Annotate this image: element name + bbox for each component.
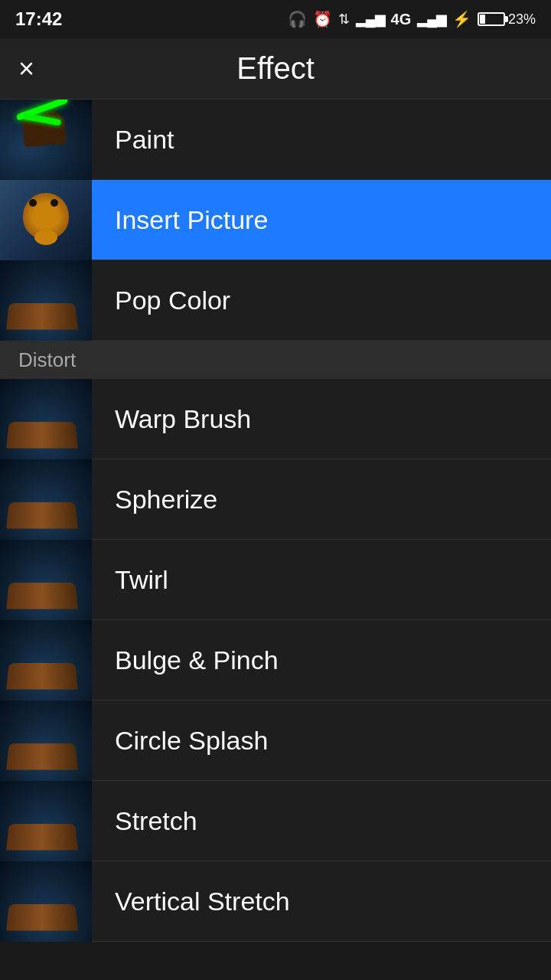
effect-label-paint: Paint — [92, 125, 551, 155]
thumbnail-circle-splash — [0, 701, 92, 781]
thumbnail-vertical-stretch — [0, 861, 92, 942]
thumb-twirl-visual — [0, 540, 92, 620]
effect-item-circle-splash[interactable]: Circle Splash — [0, 701, 551, 781]
dog-face — [23, 193, 69, 239]
battery-percent: 23% — [508, 11, 536, 28]
thumb-stretch-visual — [0, 781, 92, 861]
effect-label-circle-splash: Circle Splash — [92, 726, 551, 756]
effect-label-spherize: Spherize — [92, 485, 551, 514]
battery: 23% — [478, 11, 536, 28]
status-time: 17:42 — [15, 8, 62, 30]
signal-icon: ▂▄▆ — [356, 11, 385, 28]
effect-item-warp-brush[interactable]: Warp Brush — [0, 379, 551, 459]
thumb-bulge-pinch-visual — [0, 620, 92, 701]
thumb-dog-visual — [0, 180, 92, 260]
effect-label-stretch: Stretch — [92, 806, 551, 836]
section-header-distort: Distort — [0, 341, 551, 379]
close-button[interactable]: × — [18, 55, 34, 83]
thumb-paint-visual — [0, 100, 92, 180]
effect-label-insert-picture: Insert Picture — [92, 205, 551, 235]
thumbnail-paint — [0, 100, 92, 180]
effect-item-pop-color[interactable]: Pop Color — [0, 260, 551, 341]
network-label: 4G — [391, 11, 412, 28]
effect-item-twirl[interactable]: Twirl — [0, 540, 551, 620]
effect-label-pop-color: Pop Color — [92, 286, 551, 315]
status-bar: 17:42 🎧 ⏰ ⇅ ▂▄▆ 4G ▂▄▆ ⚡ 23% — [0, 0, 551, 38]
effect-label-bulge-pinch: Bulge & Pinch — [92, 645, 551, 675]
green-stroke-2 — [23, 113, 61, 126]
top-bar: × Effect — [0, 38, 551, 100]
effect-label-twirl: Twirl — [92, 565, 551, 595]
thumbnail-pop-color — [0, 260, 92, 341]
effect-item-paint[interactable]: Paint — [0, 100, 551, 180]
section-header-label: Distort — [18, 348, 76, 372]
effect-item-insert-picture[interactable]: Insert Picture — [0, 180, 551, 260]
effect-label-vertical-stretch: Vertical Stretch — [92, 887, 551, 916]
page-title: Effect — [236, 51, 315, 86]
effect-item-vertical-stretch[interactable]: Vertical Stretch — [0, 861, 551, 942]
thumbnail-spherize — [0, 459, 92, 540]
thumb-spherize-visual — [0, 459, 92, 540]
charging-icon: ⚡ — [452, 10, 471, 28]
thumb-warp-brush-visual — [0, 379, 92, 459]
signal2-icon: ▂▄▆ — [417, 11, 446, 28]
alarm-icon: ⏰ — [313, 10, 332, 28]
battery-icon — [478, 12, 505, 26]
thumb-vertical-stretch-visual — [0, 861, 92, 942]
arrows-icon: ⇅ — [338, 11, 350, 28]
thumb-circle-splash-visual — [0, 701, 92, 781]
headphones-icon: 🎧 — [288, 10, 307, 28]
thumbnail-twirl — [0, 540, 92, 620]
effect-item-spherize[interactable]: Spherize — [0, 459, 551, 540]
effect-item-bulge-pinch[interactable]: Bulge & Pinch — [0, 620, 551, 701]
thumbnail-insert-picture — [0, 180, 92, 260]
thumbnail-warp-brush — [0, 379, 92, 459]
thumbnail-bulge-pinch — [0, 620, 92, 701]
status-icons: 🎧 ⏰ ⇅ ▂▄▆ 4G ▂▄▆ ⚡ 23% — [288, 10, 536, 28]
thumbnail-stretch — [0, 781, 92, 861]
effect-label-warp-brush: Warp Brush — [92, 404, 551, 434]
battery-fill — [480, 15, 485, 24]
effect-list: Paint Insert Picture Pop Color Distort W… — [0, 100, 551, 942]
thumb-pop-color-visual — [0, 260, 92, 341]
effect-item-stretch[interactable]: Stretch — [0, 781, 551, 861]
